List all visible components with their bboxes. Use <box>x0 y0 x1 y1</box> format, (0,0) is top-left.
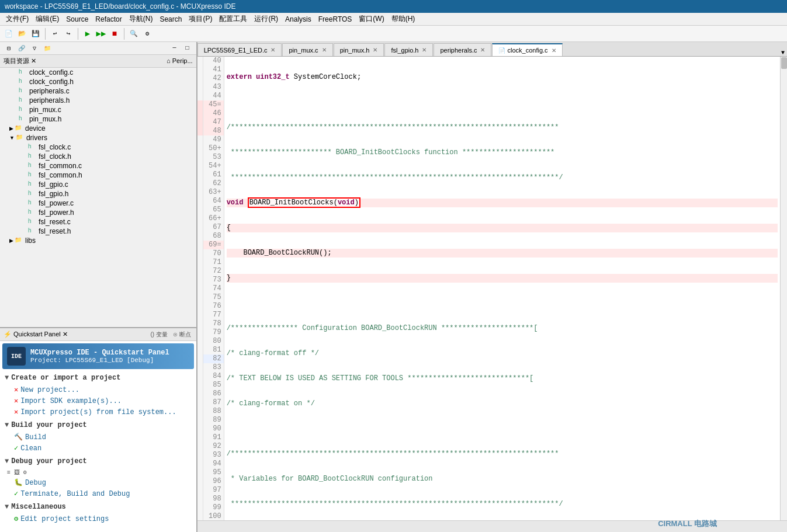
menu-item-refactor[interactable]: Refactor <box>92 14 125 25</box>
tree-item-peripherals-c[interactable]: h peripherals.c <box>0 86 196 96</box>
toolbar-new-btn[interactable]: 📄 <box>2 27 15 40</box>
toolbar-redo-btn[interactable]: ↪ <box>62 27 75 40</box>
code-editor[interactable]: 40 41 42 43 44 45= 46 47 48 49 50+ 53 54… <box>197 57 787 520</box>
menu-item-edit[interactable]: 编辑(E) <box>32 13 63 25</box>
qs-item-build[interactable]: 🔨 Build <box>2 432 194 443</box>
tree-item-fsl-gpio-h[interactable]: h fsl_gpio.h <box>0 189 196 199</box>
qs-section-create[interactable]: ▼ Create or import a project <box>2 373 194 383</box>
qs-item-new-project[interactable]: ✕ New project... <box>2 384 194 395</box>
debug-settings-icon[interactable]: ⚙ <box>23 469 27 476</box>
tab-close-clock-config-c[interactable]: ✕ <box>552 47 556 54</box>
quickstart-panel: ⚡ Quickstart Panel ✕ () 变量 ⊙ 断点 IDE MCUX… <box>0 328 196 532</box>
qs-item-debug[interactable]: 🐛 Debug <box>2 477 194 488</box>
menu-item-project[interactable]: 项目(P) <box>185 13 216 25</box>
gutter-line-46 <box>197 109 203 118</box>
qs-section-misc[interactable]: ▼ Miscellaneous <box>2 502 194 512</box>
tab-label-peripherals-c: peripherals.c <box>440 47 477 54</box>
qs-section-build[interactable]: ▼ Build your project <box>2 420 194 430</box>
tree-item-peripherals-h[interactable]: h peripherals.h <box>0 96 196 105</box>
menu-item-file[interactable]: 文件(F) <box>2 13 32 25</box>
toolbar-save-btn[interactable]: 💾 <box>29 27 42 40</box>
tree-item-fsl-clock-c[interactable]: h fsl_clock.c <box>0 142 196 152</box>
toolbar-settings-btn[interactable]: ⚙ <box>141 27 154 40</box>
tree-item-fsl-power-h[interactable]: h fsl_power.h <box>0 208 196 217</box>
maximize-explorer-btn[interactable]: □ <box>181 42 194 55</box>
tab-pin-mux-c[interactable]: pin_mux.c ✕ <box>282 43 332 56</box>
tree-label-libs: libs <box>25 237 36 245</box>
qs-item-import-sdk[interactable]: ✕ Import SDK example(s)... <box>2 395 194 406</box>
tree-item-device[interactable]: ▶ 📁 device <box>0 124 196 133</box>
breakpoints-tab[interactable]: ⊙ 断点 <box>171 330 193 339</box>
tree-item-libs[interactable]: ▶ 📁 libs <box>0 236 196 245</box>
tree-item-fsl-reset-h[interactable]: h fsl_reset.h <box>0 227 196 236</box>
ln-74: 74 <box>203 284 224 293</box>
new-folder-btn[interactable]: 📁 <box>41 42 54 55</box>
link-editor-btn[interactable]: 🔗 <box>15 42 28 55</box>
menu-item-tools[interactable]: 配置工具 <box>216 13 251 25</box>
qs-item-edit-project[interactable]: ⚙ Edit project settings <box>2 513 194 524</box>
tree-item-pin-mux-c[interactable]: h pin_mux.c <box>0 105 196 114</box>
toolbar-undo-btn[interactable]: ↩ <box>48 27 61 40</box>
debug-list-icon[interactable]: ≡ <box>7 470 11 476</box>
tree-item-fsl-clock-h[interactable]: h fsl_clock.h <box>0 152 196 161</box>
scrollbar-thumb[interactable] <box>781 57 787 69</box>
tab-clock-config-c[interactable]: 📄 clock_config.c ✕ <box>492 43 562 56</box>
variables-tab[interactable]: () 变量 <box>148 330 169 339</box>
code-content: extern uint32_t SystemCoreClock; /******… <box>224 57 780 520</box>
tree-item-clock-config-c[interactable]: h clock_config.c <box>0 68 196 77</box>
tab-close-fsl-gpio-h[interactable]: ✕ <box>422 47 427 53</box>
qs-item-import-project[interactable]: ✕ Import project(s) from file system... <box>2 406 194 418</box>
tab-close-lpc55s69-c[interactable]: ✕ <box>271 47 275 53</box>
tab-lpc55s69-c[interactable]: LPC55S69_E1_LED.c ✕ <box>197 43 282 56</box>
toolbar-stop-btn[interactable]: ■ <box>108 27 121 40</box>
menu-item-help[interactable]: 帮助(H) <box>388 13 419 25</box>
tree-item-fsl-common-h[interactable]: h fsl_common.h <box>0 171 196 180</box>
tab-close-peripherals-c[interactable]: ✕ <box>480 47 485 53</box>
tab-close-pin-mux-c[interactable]: ✕ <box>322 47 327 53</box>
toolbar-build-btn[interactable]: ▶ <box>81 27 94 40</box>
tab-peripherals-c[interactable]: peripherals.c ✕ <box>434 43 491 56</box>
tree-item-fsl-common-c[interactable]: h fsl_common.c <box>0 161 196 171</box>
menu-item-navigate[interactable]: 导航(N) <box>126 13 157 25</box>
qs-item-terminate-build-debug[interactable]: ✓ Terminate, Build and Debug <box>2 488 194 499</box>
toolbar-open-btn[interactable]: 📂 <box>16 27 29 40</box>
tab-pin-mux-h[interactable]: pin_mux.h ✕ <box>334 43 384 56</box>
ln-70: 70 <box>203 249 224 258</box>
menu-item-analysis[interactable]: Analysis <box>282 14 315 25</box>
minimize-explorer-btn[interactable]: ─ <box>168 42 181 55</box>
menu-item-freertos[interactable]: FreeRTOS <box>315 14 356 25</box>
qs-debug-label: Debug <box>25 479 46 487</box>
toolbar-search-btn[interactable]: 🔍 <box>127 27 140 40</box>
toolbar-debug-btn[interactable]: ▶▶ <box>95 27 108 40</box>
file-icon-pin-mux-c: h <box>19 106 28 114</box>
qs-item-clean[interactable]: ✓ Clean <box>2 443 194 454</box>
menu-item-source[interactable]: Source <box>63 14 92 25</box>
debug-photo-icon[interactable]: 🖼 <box>14 469 20 476</box>
vertical-scrollbar[interactable] <box>780 57 787 520</box>
filter-btn[interactable]: ▽ <box>28 42 41 55</box>
collapse-all-btn[interactable]: ⊟ <box>2 42 15 55</box>
tree-item-drivers[interactable]: ▼ 📁 drivers <box>0 133 196 142</box>
menu-item-run[interactable]: 运行(R) <box>251 13 282 25</box>
tree-item-fsl-power-c[interactable]: h fsl_power.c <box>0 199 196 208</box>
tree-item-fsl-reset-c[interactable]: h fsl_reset.c <box>0 217 196 227</box>
tree-item-pin-mux-h[interactable]: h pin_mux.h <box>0 114 196 124</box>
ln-78: 78 <box>203 319 224 328</box>
qs-clean-label: Clean <box>20 444 41 453</box>
tree-item-clock-config-h[interactable]: h clock_config.h <box>0 77 196 86</box>
menu-item-search[interactable]: Search <box>156 14 185 25</box>
ln-81: 81 <box>203 346 224 354</box>
qs-section-debug[interactable]: ▼ Debug your project <box>2 456 194 467</box>
folder-expand-icon-libs: ▶ <box>9 238 13 244</box>
menu-item-window[interactable]: 窗口(W) <box>355 13 387 25</box>
tab-close-pin-mux-h[interactable]: ✕ <box>373 47 377 53</box>
file-icon-fsl-clock-c: h <box>28 143 37 151</box>
toolbar-sep-3 <box>124 28 124 40</box>
qs-arrow-build: ▼ <box>5 421 9 429</box>
tab-scroll-btn[interactable]: ▼ <box>779 50 787 56</box>
peripherals-tab[interactable]: ⌂ Perip... <box>167 57 193 64</box>
tree-item-fsl-gpio-c[interactable]: h fsl_gpio.c <box>0 180 196 189</box>
tab-fsl-gpio-h[interactable]: fsl_gpio.h ✕ <box>384 43 433 56</box>
ln-48: 48 <box>203 127 224 135</box>
code-line-46: { <box>227 224 778 232</box>
